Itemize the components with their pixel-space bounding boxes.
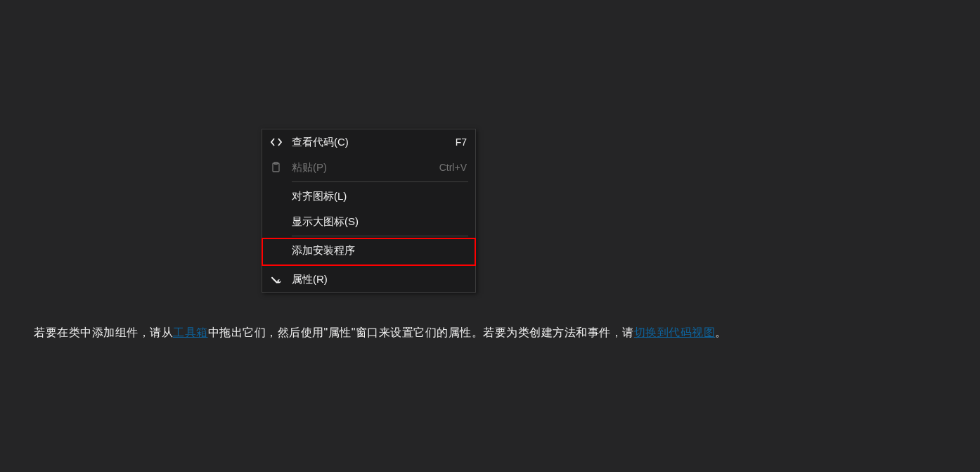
menu-item-view-code[interactable]: 查看代码(C) F7 xyxy=(262,129,475,155)
menu-label: 粘贴(P) xyxy=(292,161,425,174)
code-icon xyxy=(268,136,285,148)
menu-label: 对齐图标(L) xyxy=(292,190,467,203)
hint-part2: 中拖出它们，然后使用"属性"窗口来设置它们的属性。若要为类创建方法和事件，请 xyxy=(208,326,634,338)
menu-label: 查看代码(C) xyxy=(292,136,441,149)
menu-item-align-icons[interactable]: 对齐图标(L) xyxy=(262,184,475,209)
paste-icon xyxy=(268,162,285,173)
designer-hint-text: 若要在类中添加组件，请从工具箱中拖出它们，然后使用"属性"窗口来设置它们的属性。… xyxy=(34,326,973,340)
menu-label: 显示大图标(S) xyxy=(292,215,467,229)
hint-part3: 。 xyxy=(715,326,727,338)
menu-separator xyxy=(292,181,468,182)
menu-item-paste: 粘贴(P) Ctrl+V xyxy=(262,155,475,180)
menu-item-show-large-icons[interactable]: 显示大图标(S) xyxy=(262,209,475,234)
menu-separator xyxy=(292,264,468,265)
context-menu: 查看代码(C) F7 粘贴(P) Ctrl+V 对齐图标(L) 显示大图标(S)… xyxy=(262,129,476,293)
hint-part1: 若要在类中添加组件，请从 xyxy=(34,326,173,338)
link-toolbox[interactable]: 工具箱 xyxy=(173,326,208,338)
menu-separator xyxy=(292,236,468,236)
menu-label: 添加安装程序 xyxy=(292,244,467,257)
menu-item-properties[interactable]: 属性(R) xyxy=(262,267,475,292)
menu-shortcut: Ctrl+V xyxy=(439,162,467,173)
menu-label: 属性(R) xyxy=(292,273,467,286)
wrench-icon xyxy=(268,274,285,285)
link-code-view[interactable]: 切换到代码视图 xyxy=(634,326,716,338)
menu-item-add-installer[interactable]: 添加安装程序 xyxy=(262,238,475,263)
menu-shortcut: F7 xyxy=(456,136,467,148)
